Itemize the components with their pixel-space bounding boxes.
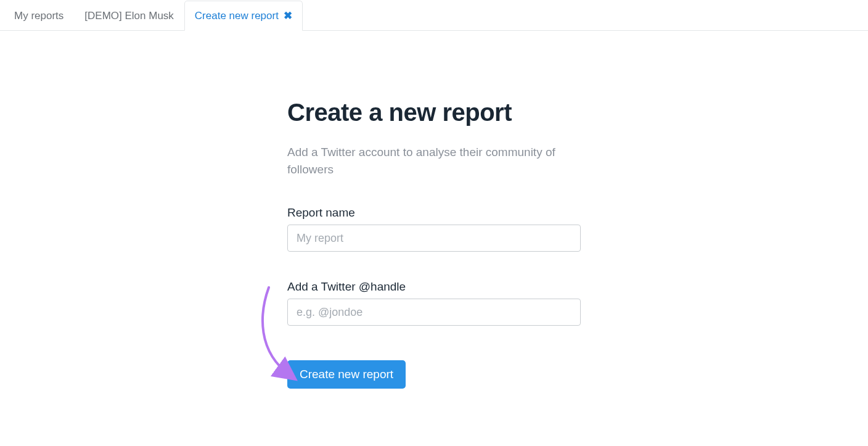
tab-label: Create new report: [195, 10, 279, 22]
twitter-handle-input[interactable]: [287, 299, 581, 326]
field-report-name: Report name: [287, 206, 581, 252]
create-report-form: Create a new report Add a Twitter accoun…: [287, 99, 581, 389]
twitter-handle-label: Add a Twitter @handle: [287, 280, 581, 294]
report-name-input[interactable]: [287, 225, 581, 252]
tab-create-new-report[interactable]: Create new report ✖: [184, 1, 303, 31]
page-title: Create a new report: [287, 99, 581, 126]
field-twitter-handle: Add a Twitter @handle: [287, 280, 581, 326]
tab-my-reports[interactable]: My reports: [4, 1, 74, 31]
close-icon[interactable]: ✖: [284, 9, 292, 22]
tab-label: [DEMO] Elon Musk: [84, 10, 174, 22]
report-name-label: Report name: [287, 206, 581, 220]
tab-label: My reports: [14, 10, 63, 22]
tab-bar: My reports [DEMO] Elon Musk Create new r…: [0, 0, 868, 31]
main-content: Create a new report Add a Twitter accoun…: [0, 31, 868, 389]
create-report-button[interactable]: Create new report: [287, 360, 406, 389]
tab-demo-elon-musk[interactable]: [DEMO] Elon Musk: [74, 1, 184, 31]
page-subtitle: Add a Twitter account to analyse their c…: [287, 144, 581, 178]
